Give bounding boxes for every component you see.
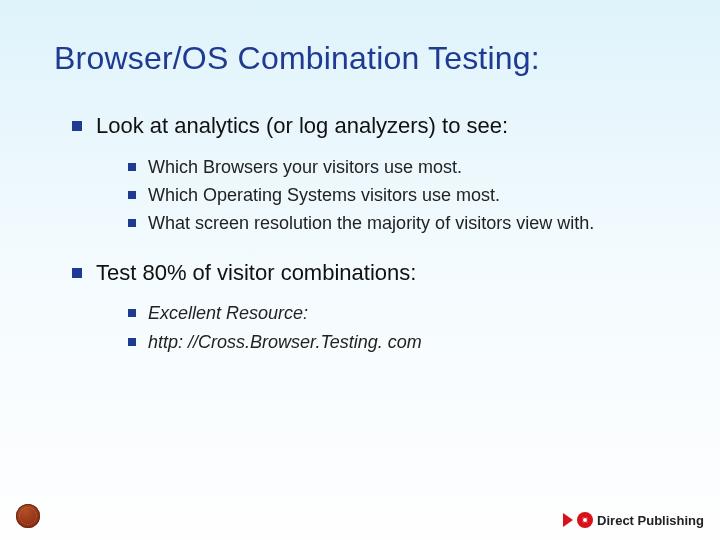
sub-bullet-item: What screen resolution the majority of v… bbox=[128, 211, 666, 235]
sub-bullet-item: Which Operating Systems visitors use mos… bbox=[128, 183, 666, 207]
bullet-item: Test 80% of visitor combinations: Excell… bbox=[72, 258, 666, 354]
sub-bullet-item: http: //Cross.Browser.Testing. com bbox=[128, 330, 666, 354]
bullet-list: Look at analytics (or log analyzers) to … bbox=[72, 111, 666, 354]
sub-bullet-list: Which Browsers your visitors use most. W… bbox=[128, 155, 666, 236]
bullet-text: Look at analytics (or log analyzers) to … bbox=[96, 113, 508, 138]
footer-left-logo bbox=[16, 504, 46, 528]
slide: Browser/OS Combination Testing: Look at … bbox=[0, 0, 720, 540]
sub-bullet-item: Which Browsers your visitors use most. bbox=[128, 155, 666, 179]
bullet-text: Test 80% of visitor combinations: bbox=[96, 260, 416, 285]
brand-text: Direct Publishing bbox=[597, 513, 704, 528]
footer: Direct Publishing bbox=[16, 492, 704, 528]
target-icon bbox=[577, 512, 593, 528]
footer-right-logo: Direct Publishing bbox=[563, 512, 704, 528]
bullet-item: Look at analytics (or log analyzers) to … bbox=[72, 111, 666, 236]
seal-icon bbox=[16, 504, 40, 528]
slide-title: Browser/OS Combination Testing: bbox=[54, 40, 666, 77]
sub-bullet-item: Excellent Resource: bbox=[128, 301, 666, 325]
arrow-icon bbox=[563, 513, 573, 527]
footer-right-brand: Direct Publishing bbox=[597, 513, 704, 528]
sub-bullet-list: Excellent Resource: http: //Cross.Browse… bbox=[128, 301, 666, 354]
